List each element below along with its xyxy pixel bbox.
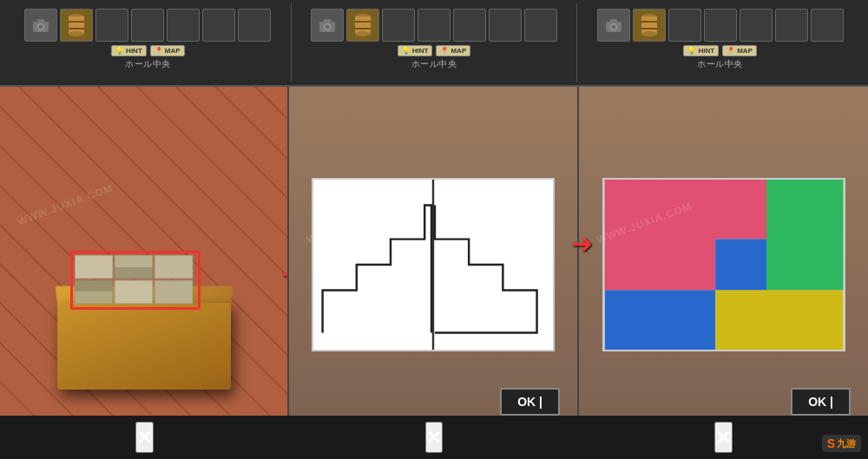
close-button-left[interactable]: × — [135, 422, 153, 453]
white-board — [312, 178, 555, 351]
logo-s-icon: S — [827, 436, 835, 450]
svg-point-20 — [611, 25, 615, 30]
empty-slot-1c — [167, 9, 200, 42]
svg-rect-60 — [604, 290, 714, 350]
map-label-2: MAP — [450, 47, 466, 55]
arrow-left-to-mid: ➜ — [281, 258, 289, 288]
empty-slot-3d — [775, 9, 808, 42]
hint-map-row-3: 💡 HINT 📍 MAP — [683, 45, 756, 56]
empty-slot-3e — [811, 9, 844, 42]
red-outline — [70, 251, 201, 310]
svg-rect-8 — [69, 28, 84, 30]
empty-slot-2e — [524, 9, 557, 42]
empty-slot-1b — [131, 9, 164, 42]
arrow-mid-to-right: ➜ — [571, 228, 593, 259]
main-area: WWW.JUXIA.COM — [0, 87, 868, 459]
color-pieces-svg — [604, 180, 844, 350]
empty-slot-2b — [418, 9, 450, 42]
hint-label-3: HINT — [698, 47, 714, 55]
empty-slot-3a — [668, 9, 701, 42]
svg-rect-16 — [355, 21, 371, 23]
top-section-2: 💡 HINT 📍 MAP ホール中央 — [292, 3, 578, 82]
svg-marker-59 — [715, 239, 766, 290]
svg-point-2 — [39, 25, 43, 30]
empty-slot-1d — [202, 9, 235, 42]
icon-row-2 — [311, 9, 557, 42]
logo-inner: S 九游 — [827, 436, 856, 450]
icon-row-1 — [24, 9, 271, 42]
barrel-icon-1 — [60, 9, 93, 42]
map-label-3: MAP — [737, 47, 753, 55]
ok-button-mid[interactable]: OK | — [500, 388, 560, 416]
svg-rect-21 — [610, 19, 617, 23]
logo-bottom-right: S 九游 — [822, 435, 861, 452]
hint-map-row-1: 💡 HINT 📍 MAP — [111, 45, 184, 56]
hint-icon-3: 💡 — [687, 47, 696, 55]
hall-label-1: ホール中央 — [125, 58, 171, 70]
puzzle-tiles — [75, 255, 214, 307]
panel-right: WWW.JUXIA.COM — [579, 87, 868, 459]
empty-slot-1e — [238, 9, 271, 42]
logo-text: 九游 — [837, 437, 856, 450]
empty-slot-1a — [95, 9, 128, 42]
hint-icon-2: 💡 — [402, 47, 411, 55]
barrel-icon-2 — [346, 9, 379, 42]
map-button-3[interactable]: 📍 MAP — [722, 45, 757, 56]
ok-button-right[interactable]: OK | — [791, 388, 851, 416]
panel-left: WWW.JUXIA.COM — [0, 87, 289, 459]
top-section-1: 💡 HINT 📍 MAP ホール中央 — [5, 3, 292, 82]
panel-mid: WWW.JUXIA.COM OK | ➜ — [289, 87, 579, 459]
hint-button-2[interactable]: 💡 HINT — [398, 45, 433, 56]
bottom-bar: × × × — [0, 416, 868, 459]
svg-point-6 — [69, 31, 84, 36]
map-icon-2: 📍 — [440, 47, 449, 55]
top-bar: 💡 HINT 📍 MAP ホール中央 — [0, 0, 868, 87]
svg-rect-7 — [69, 21, 84, 23]
svg-point-11 — [326, 25, 330, 30]
barrel-icon-3 — [633, 9, 666, 42]
empty-slot-2c — [453, 9, 486, 42]
svg-rect-63 — [766, 290, 843, 350]
box-body — [57, 303, 231, 390]
hint-map-row-2: 💡 HINT 📍 MAP — [398, 45, 470, 56]
icon-row-3 — [597, 9, 844, 42]
camera-icon-3 — [597, 9, 630, 42]
map-icon-1: 📍 — [155, 47, 163, 55]
top-section-3: 💡 HINT 📍 MAP ホール中央 — [577, 3, 863, 82]
map-button-1[interactable]: 📍 MAP — [150, 45, 185, 56]
hall-label-3: ホール中央 — [697, 58, 743, 70]
close-button-mid[interactable]: × — [425, 422, 443, 453]
puzzle-box-container — [49, 285, 240, 390]
hint-button-3[interactable]: 💡 HINT — [683, 45, 719, 56]
close-button-right[interactable]: × — [714, 422, 732, 453]
empty-slot-2d — [489, 9, 522, 42]
color-board — [602, 178, 845, 351]
svg-rect-25 — [641, 21, 657, 23]
camera-icon-2 — [311, 9, 344, 42]
svg-point-24 — [641, 31, 657, 36]
svg-rect-62 — [715, 290, 766, 350]
map-icon-3: 📍 — [727, 47, 735, 55]
map-label-1: MAP — [165, 47, 181, 55]
empty-slot-2a — [382, 9, 415, 42]
svg-rect-3 — [37, 19, 44, 23]
hint-icon-1: 💡 — [115, 47, 124, 55]
empty-slot-3b — [704, 9, 737, 42]
svg-rect-12 — [324, 19, 331, 23]
map-button-2[interactable]: 📍 MAP — [436, 45, 470, 56]
svg-rect-61 — [766, 180, 843, 290]
svg-point-15 — [355, 31, 371, 36]
camera-icon-1 — [24, 9, 57, 42]
empty-slot-3c — [740, 9, 773, 42]
top-sections: 💡 HINT 📍 MAP ホール中央 — [5, 3, 863, 82]
hall-label-2: ホール中央 — [411, 58, 457, 70]
hint-label-2: HINT — [412, 47, 429, 55]
staircase-svg — [313, 180, 553, 350]
svg-rect-26 — [641, 28, 657, 30]
hint-label-1: HINT — [126, 47, 142, 55]
svg-rect-17 — [355, 28, 371, 30]
hint-button-1[interactable]: 💡 HINT — [111, 45, 147, 56]
